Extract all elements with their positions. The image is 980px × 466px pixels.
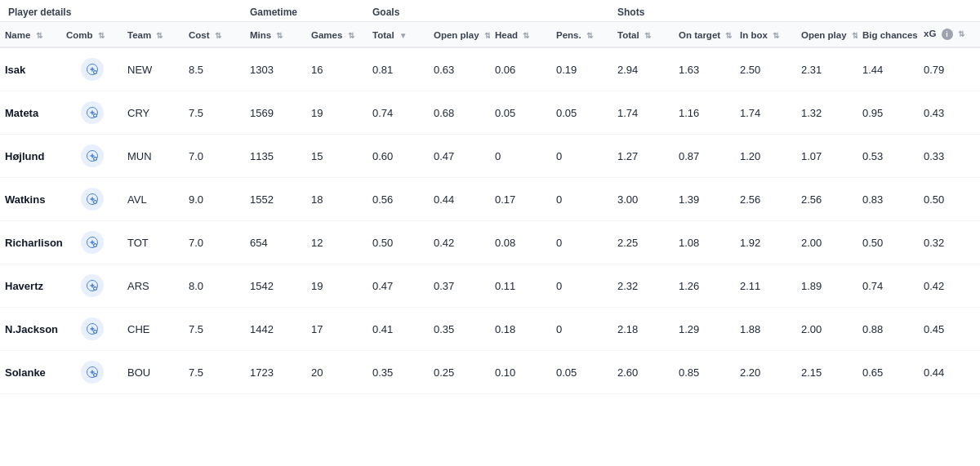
cell-goals-open: 0.68 [429, 91, 490, 135]
cell-big-chances: 0.95 [858, 91, 919, 135]
cell-name: N.Jackson [0, 308, 61, 351]
cell-pens: 0 [551, 264, 612, 308]
cell-mins: 1135 [245, 135, 306, 178]
add-player-button[interactable] [81, 361, 104, 384]
cell-games: 19 [306, 264, 368, 308]
cell-head: 0.18 [490, 308, 551, 351]
cell-head: 0.06 [490, 47, 551, 91]
add-player-button[interactable] [81, 274, 104, 297]
cell-head: 0.17 [490, 178, 551, 221]
sort-icon-xg: ⇅ [958, 29, 964, 38]
col-header-games[interactable]: Games ⇅ [306, 22, 368, 48]
cell-mins: 1723 [245, 351, 306, 394]
col-header-shots-open[interactable]: Open play ⇅ [796, 22, 858, 48]
cell-goals-total: 0.50 [368, 221, 429, 264]
column-headers-row: Name ⇅ Comb ⇅ Team ⇅ Cost ⇅ Mins ⇅ [0, 22, 980, 48]
cell-cost: 8.5 [184, 47, 245, 91]
sort-icon-inbox: ⇅ [773, 31, 779, 40]
sort-icon-head: ⇅ [523, 31, 529, 40]
cell-on-target: 1.26 [674, 264, 735, 308]
sort-icon-ontgt: ⇅ [725, 31, 732, 40]
col-header-xg[interactable]: xG i ⇅ [919, 22, 980, 48]
stats-table-container: Player details Gametime Goals Shots Name… [0, 0, 980, 394]
sort-icon-games: ⇅ [348, 31, 354, 40]
cell-xg: 0.45 [919, 308, 980, 351]
col-header-pens[interactable]: Pens. ⇅ [551, 22, 612, 48]
cell-goals-open: 0.44 [429, 178, 490, 221]
section-gametime: Gametime [245, 0, 368, 22]
cell-shots-open: 2.15 [796, 351, 858, 394]
cell-goals-total: 0.74 [368, 91, 429, 135]
cell-pens: 0.05 [551, 351, 612, 394]
xg-info-icon[interactable]: i [942, 29, 953, 40]
cell-shots-total: 2.25 [612, 221, 674, 264]
table-body: IsakNEW8.51303160.810.630.060.192.941.63… [0, 47, 980, 394]
sort-icon-pens: ⇅ [586, 31, 593, 40]
add-player-button[interactable] [81, 58, 104, 81]
col-header-on-target[interactable]: On target ⇅ [674, 22, 735, 48]
table-row: HavertzARS8.01542190.470.370.1102.321.26… [0, 264, 980, 308]
add-player-button[interactable] [81, 101, 104, 124]
cell-head: 0.10 [490, 351, 551, 394]
col-header-in-box[interactable]: In box ⇅ [735, 22, 796, 48]
add-player-button[interactable] [81, 188, 104, 211]
cell-name: Watkins [0, 178, 61, 221]
col-header-name[interactable]: Name ⇅ [0, 22, 61, 48]
col-header-comb[interactable]: Comb ⇅ [61, 22, 122, 48]
cell-on-target: 1.16 [674, 91, 735, 135]
add-player-button[interactable] [81, 317, 104, 340]
cell-shots-open: 2.31 [796, 47, 858, 91]
cell-team: BOU [122, 351, 184, 394]
col-header-mins[interactable]: Mins ⇅ [245, 22, 306, 48]
cell-head: 0.11 [490, 264, 551, 308]
cell-shots-open: 2.00 [796, 308, 858, 351]
cell-shots-open: 1.07 [796, 135, 858, 178]
cell-goals-total: 0.56 [368, 178, 429, 221]
cell-team: AVL [122, 178, 184, 221]
cell-shots-total: 2.18 [612, 308, 674, 351]
cell-big-chances: 0.50 [858, 221, 919, 264]
sort-icon-team: ⇅ [156, 31, 163, 40]
add-player-button[interactable] [81, 231, 104, 254]
cell-shots-open: 2.56 [796, 178, 858, 221]
col-header-team[interactable]: Team ⇅ [122, 22, 184, 48]
cell-big-chances: 0.53 [858, 135, 919, 178]
col-header-shots-total[interactable]: Total ⇅ [612, 22, 674, 48]
cell-xg: 0.32 [919, 221, 980, 264]
col-header-cost[interactable]: Cost ⇅ [184, 22, 245, 48]
table-row: N.JacksonCHE7.51442170.410.350.1802.181.… [0, 308, 980, 351]
add-player-button[interactable] [81, 144, 104, 167]
cell-goals-total: 0.41 [368, 308, 429, 351]
cell-pens: 0 [551, 178, 612, 221]
col-header-goals-total[interactable]: Total ▼ [368, 22, 429, 48]
cell-big-chances: 0.65 [858, 351, 919, 394]
col-header-big-chances[interactable]: Big chances ⇅ [858, 22, 919, 48]
section-headers-row: Player details Gametime Goals Shots [0, 0, 980, 22]
cell-comb [61, 351, 122, 394]
cell-comb [61, 308, 122, 351]
cell-on-target: 1.63 [674, 47, 735, 91]
cell-shots-total: 2.94 [612, 47, 674, 91]
cell-in-box: 1.88 [735, 308, 796, 351]
cell-name: Højlund [0, 135, 61, 178]
cell-cost: 7.0 [184, 135, 245, 178]
section-player-details: Player details [0, 0, 245, 22]
cell-big-chances: 0.83 [858, 178, 919, 221]
cell-mins: 1569 [245, 91, 306, 135]
cell-name: Havertz [0, 264, 61, 308]
table-row: IsakNEW8.51303160.810.630.060.192.941.63… [0, 47, 980, 91]
cell-pens: 0.19 [551, 47, 612, 91]
cell-head: 0.05 [490, 91, 551, 135]
cell-xg: 0.50 [919, 178, 980, 221]
cell-goals-open: 0.63 [429, 47, 490, 91]
col-header-goals-open[interactable]: Open play ⇅ [429, 22, 490, 48]
cell-comb [61, 221, 122, 264]
cell-xg: 0.33 [919, 135, 980, 178]
cell-xg: 0.44 [919, 351, 980, 394]
cell-in-box: 1.92 [735, 221, 796, 264]
col-header-head[interactable]: Head ⇅ [490, 22, 551, 48]
cell-team: ARS [122, 264, 184, 308]
cell-cost: 8.0 [184, 264, 245, 308]
cell-cost: 7.5 [184, 308, 245, 351]
cell-goals-open: 0.42 [429, 221, 490, 264]
